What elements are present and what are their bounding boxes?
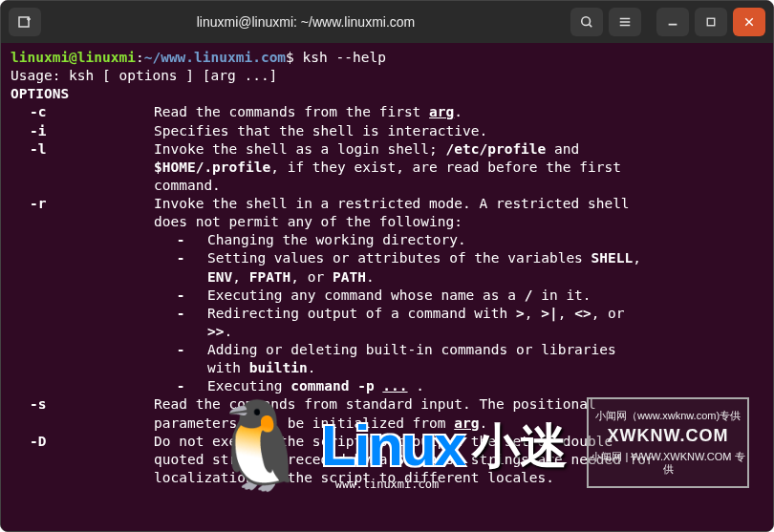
option-i: -i Specifies that the shell is interacti… [11, 122, 763, 140]
maximize-button[interactable] [695, 8, 727, 36]
option-c: -c Read the commands from the first arg. [11, 103, 763, 121]
command-text: ksh --help [303, 50, 386, 65]
new-tab-button[interactable] [9, 8, 41, 36]
prompt-line: linuxmi@linuxmi:~/www.linuxmi.com$ ksh -… [11, 49, 763, 67]
usage-line: Usage: ksh [ options ] [arg ...] [11, 67, 763, 85]
terminal-content[interactable]: linuxmi@linuxmi:~/www.linuxmi.com$ ksh -… [1, 43, 773, 531]
prompt-user: linuxmi@linuxmi [11, 50, 136, 65]
option-l: -l Invoke the shell as a login shell; /e… [11, 140, 763, 159]
titlebar: linuxmi@linuxmi: ~/www.linuxmi.com [1, 1, 773, 43]
window-title: linuxmi@linuxmi: ~/www.linuxmi.com [47, 14, 565, 30]
option-r: -r Invoke the shell in a restricted mode… [11, 195, 763, 213]
close-button[interactable] [733, 8, 765, 36]
svg-rect-9 [707, 18, 715, 26]
prompt-path: ~/www.linuxmi.com [144, 50, 286, 65]
search-button[interactable] [570, 8, 603, 36]
svg-point-3 [582, 17, 591, 26]
options-header: OPTIONS [11, 85, 763, 103]
svg-line-4 [590, 25, 592, 28]
option-D: -D Do not execute the script, but output… [11, 433, 763, 451]
terminal-window: linuxmi@linuxmi: ~/www.linuxmi.com linux… [0, 0, 774, 532]
minimize-button[interactable] [656, 8, 689, 36]
option-s: -s Read the commands from standard input… [11, 395, 763, 414]
menu-button[interactable] [609, 8, 641, 36]
